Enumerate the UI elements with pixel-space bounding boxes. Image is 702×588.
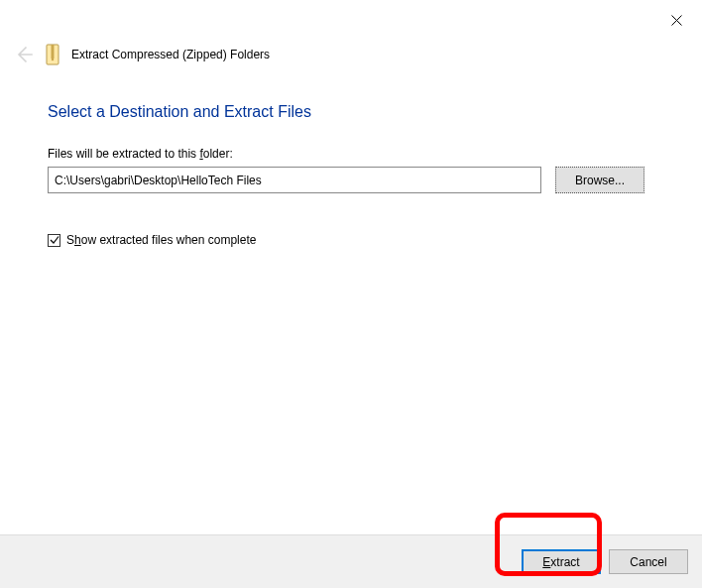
show-files-label-suffix: ow extracted files when complete [81,233,257,247]
titlebar [0,0,702,36]
show-files-label-prefix: S [66,233,74,247]
checkmark-icon [50,235,59,245]
wizard-header: Extract Compressed (Zipped) Folders [0,36,702,73]
close-button[interactable] [668,12,684,28]
cancel-button[interactable]: Cancel [609,549,688,574]
browse-button[interactable]: Browse... [555,167,644,193]
show-files-checkbox[interactable] [48,234,60,247]
show-files-row: Show extracted files when complete [48,233,654,247]
svg-rect-3 [52,45,55,59]
wizard-title: Extract Compressed (Zipped) Folders [71,48,270,61]
page-heading: Select a Destination and Extract Files [48,103,654,121]
destination-row: Browse... [48,167,654,193]
extract-button-suffix: xtract [550,555,579,569]
footer: Extract Cancel [0,534,702,588]
back-button [14,45,34,64]
destination-label-prefix: Files will be extracted to this [48,147,199,161]
show-files-label: Show extracted files when complete [66,233,256,247]
destination-label-suffix: older: [203,147,233,161]
zip-folder-icon [44,44,61,65]
destination-label: Files will be extracted to this folder: [48,147,654,161]
svg-point-4 [52,59,55,61]
show-files-label-hotkey: h [74,233,81,247]
content-area: Select a Destination and Extract Files F… [0,73,702,247]
destination-path-input[interactable] [48,167,541,193]
back-arrow-icon [14,45,34,64]
close-icon [671,15,682,26]
extract-button[interactable]: Extract [522,549,601,574]
